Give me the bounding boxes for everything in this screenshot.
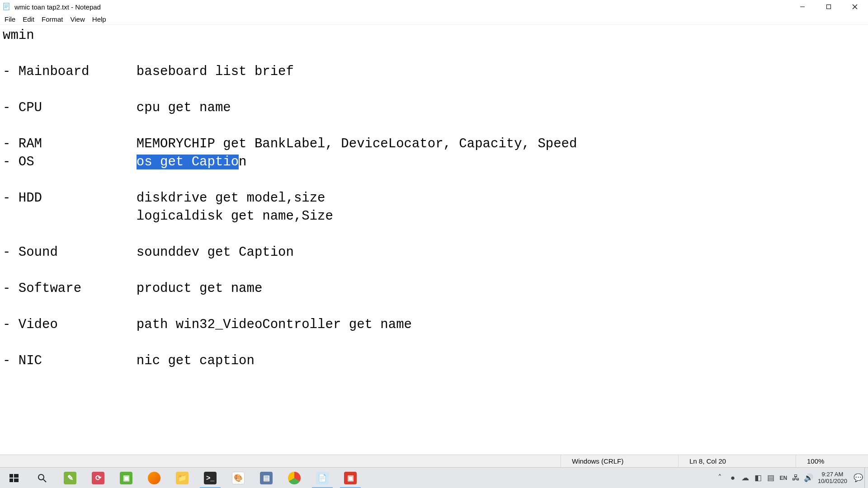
- svg-rect-11: [14, 479, 19, 482]
- app-icon: ▣: [120, 472, 132, 484]
- taskbar-app-2[interactable]: ⟳: [84, 468, 112, 488]
- clock-time: 9:27 AM: [818, 471, 847, 478]
- taskbar: ✎ ⟳ ▣ 📁 >_ 🎨 ▤ 📄 ▣ ˄ ● ☁ ◧ ▤ EN 🖧 🔊 9:27…: [0, 467, 868, 488]
- menu-view[interactable]: View: [67, 14, 89, 24]
- selected-text: os get Captio: [137, 155, 239, 169]
- taskbar-app-5[interactable]: ▣: [336, 468, 364, 488]
- menu-bar: File Edit Format View Help: [0, 14, 868, 24]
- maximize-icon: [826, 4, 831, 9]
- tray-network-icon[interactable]: 🖧: [790, 468, 802, 488]
- svg-rect-9: [14, 474, 19, 478]
- app-icon: ⟳: [92, 472, 104, 484]
- tray-chevron-up-icon[interactable]: ˄: [714, 468, 726, 488]
- svg-line-13: [43, 479, 46, 482]
- text-line: - CPU cpu get name: [3, 100, 231, 115]
- text-editor[interactable]: wmin - Mainboard baseboard list brief - …: [0, 25, 868, 455]
- firefox-icon: [148, 472, 160, 484]
- menu-help[interactable]: Help: [89, 14, 110, 24]
- clock-date: 10/01/2020: [818, 478, 847, 485]
- tray-notifications-icon[interactable]: 💬: [852, 468, 864, 488]
- svg-rect-10: [9, 479, 13, 482]
- status-cursor-position: Ln 8, Col 20: [678, 455, 796, 467]
- search-button[interactable]: [28, 468, 56, 488]
- taskbar-paint[interactable]: 🎨: [224, 468, 252, 488]
- text-line: wmin: [3, 28, 34, 43]
- tray-app2-icon[interactable]: ▤: [764, 468, 777, 488]
- taskbar-app-3[interactable]: ▣: [112, 468, 140, 488]
- notepad-icon: 📄: [316, 472, 329, 484]
- text-line: - Software product get name: [3, 281, 262, 296]
- taskbar-file-explorer[interactable]: 📁: [168, 468, 196, 488]
- minimize-button[interactable]: [789, 0, 816, 14]
- taskbar-terminal[interactable]: >_: [196, 468, 224, 488]
- notepad-app-icon: [2, 2, 12, 12]
- search-icon: [35, 471, 49, 485]
- close-icon: [852, 4, 858, 9]
- menu-file[interactable]: File: [1, 14, 19, 24]
- tray-volume-icon[interactable]: 🔊: [802, 468, 815, 488]
- window-title: wmic toan tap2.txt - Notepad: [14, 3, 101, 11]
- tray-language-icon[interactable]: EN: [777, 468, 790, 488]
- taskbar-app-1[interactable]: ✎: [56, 468, 84, 488]
- show-desktop-button[interactable]: [864, 468, 868, 488]
- tray-status-icon[interactable]: ●: [726, 468, 739, 488]
- text-line-suffix: n: [239, 155, 246, 169]
- paint-icon: 🎨: [232, 472, 245, 484]
- taskbar-clock[interactable]: 9:27 AM 10/01/2020: [815, 471, 852, 485]
- text-line: - Video path win32_VideoController get n…: [3, 317, 412, 332]
- menu-format[interactable]: Format: [38, 14, 67, 24]
- window-titlebar: wmic toan tap2.txt - Notepad: [0, 0, 868, 14]
- start-button[interactable]: [0, 468, 28, 488]
- taskbar-notepad[interactable]: 📄: [308, 468, 336, 488]
- text-line-prefix: - OS: [3, 155, 137, 169]
- app-icon: ▣: [344, 472, 357, 484]
- text-line: - Sound sounddev get Caption: [3, 245, 294, 260]
- chrome-icon: [288, 472, 301, 484]
- app-icon: ✎: [64, 472, 76, 484]
- status-zoom: 100%: [796, 455, 868, 467]
- text-line: - HDD diskdrive get model,size: [3, 191, 326, 206]
- maximize-button[interactable]: [816, 0, 842, 14]
- menu-edit[interactable]: Edit: [19, 14, 38, 24]
- app-icon: ▤: [260, 472, 273, 484]
- svg-rect-5: [827, 5, 831, 9]
- taskbar-chrome[interactable]: [280, 468, 308, 488]
- status-line-ending: Windows (CRLF): [561, 455, 678, 467]
- windows-logo-icon: [7, 471, 21, 485]
- svg-point-12: [38, 474, 44, 480]
- minimize-icon: [800, 4, 805, 9]
- text-line: logicaldisk get name,Size: [3, 209, 333, 224]
- taskbar-left: ✎ ⟳ ▣ 📁 >_ 🎨 ▤ 📄 ▣: [0, 468, 364, 488]
- editor-container: wmin - Mainboard baseboard list brief - …: [0, 24, 868, 455]
- tray-onedrive-icon[interactable]: ☁: [739, 468, 752, 488]
- status-bar: Windows (CRLF) Ln 8, Col 20 100%: [0, 455, 868, 467]
- taskbar-app-4[interactable]: ▤: [252, 468, 280, 488]
- text-line: - RAM MEMORYCHIP get BankLabel, DeviceLo…: [3, 136, 577, 151]
- folder-icon: 📁: [176, 472, 189, 484]
- taskbar-right: ˄ ● ☁ ◧ ▤ EN 🖧 🔊 9:27 AM 10/01/2020 💬: [714, 468, 868, 488]
- tray-app-icon[interactable]: ◧: [752, 468, 764, 488]
- terminal-icon: >_: [204, 472, 217, 484]
- taskbar-firefox[interactable]: [140, 468, 168, 488]
- text-line: - NIC nic get caption: [3, 353, 255, 368]
- close-button[interactable]: [842, 0, 868, 14]
- text-line: - Mainboard baseboard list brief: [3, 64, 294, 79]
- svg-rect-8: [9, 474, 13, 478]
